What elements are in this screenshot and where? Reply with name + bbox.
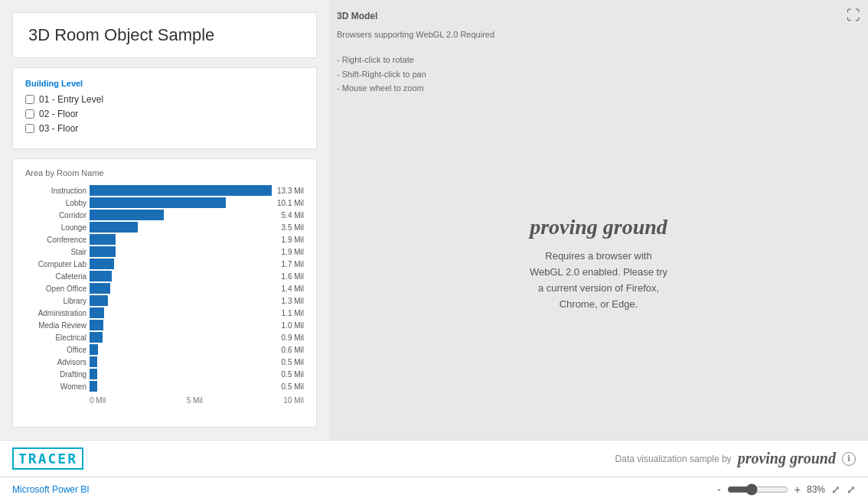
bar-container — [90, 295, 276, 306]
checkbox-label-01[interactable]: 01 - Entry Level — [39, 94, 103, 105]
bar-label: Instruction — [25, 187, 86, 195]
bar-value: 1.1 Mil — [282, 309, 304, 317]
bar-value: 1.9 Mil — [282, 248, 304, 256]
bar-fill — [90, 356, 97, 367]
bar-row: Instruction13.3 Mil — [25, 185, 304, 196]
bar-container — [90, 259, 276, 269]
bar-value: 0.5 Mil — [282, 370, 304, 379]
bar-label: Office — [25, 346, 86, 354]
bar-fill — [90, 222, 138, 233]
info-icon[interactable]: ℹ — [842, 452, 856, 466]
bar-row: Office0.6 Mil — [25, 344, 304, 355]
checkbox-label-03[interactable]: 03 - Floor — [39, 123, 78, 134]
bar-container — [90, 369, 276, 379]
axis-label: 10 Mil — [283, 396, 304, 405]
zoom-level: 83% — [807, 484, 825, 495]
bar-row: Library1.3 Mil — [25, 295, 304, 306]
title-card: 3D Room Object Sample — [12, 12, 317, 58]
bar-label: Corridor — [25, 211, 86, 220]
bar-fill — [90, 295, 108, 306]
bottom-bar: Microsoft Power BI - + 83% ⤢ ⤢ — [0, 477, 868, 501]
chart-title: Area by Room Name — [25, 168, 304, 177]
bar-container — [90, 307, 276, 318]
bar-label: Women — [25, 382, 86, 391]
checkbox-item-02[interactable]: 02 - Floor — [25, 109, 304, 119]
bar-value: 0.6 Mil — [282, 346, 304, 354]
model-instruction-line: - Mouse wheel to zoom — [337, 81, 860, 96]
bar-fill — [90, 185, 272, 196]
bar-row: Electrical0.9 Mil — [25, 332, 304, 343]
bar-fill — [90, 320, 103, 330]
zoom-out-button[interactable]: - — [717, 483, 721, 496]
checkbox-item-03[interactable]: 03 - Floor — [25, 123, 304, 134]
bar-container — [90, 222, 276, 233]
fit-view-icon[interactable]: ⤢ — [831, 483, 840, 496]
bar-container — [90, 344, 276, 355]
bar-label: Advisors — [25, 358, 86, 366]
bar-label: Library — [25, 297, 86, 305]
bar-fill — [90, 332, 103, 343]
footer: TRACER Data visualization sample by prov… — [0, 440, 868, 477]
powerbi-link[interactable]: Microsoft Power BI — [12, 484, 90, 495]
bar-value: 1.4 Mil — [282, 285, 304, 293]
bar-fill — [90, 307, 104, 318]
bar-container — [90, 234, 276, 245]
bar-label: Open Office — [25, 285, 86, 293]
bar-container — [90, 283, 276, 294]
bar-container — [90, 332, 276, 343]
model-instruction-line: - Right-click to rotate — [337, 53, 860, 67]
bar-container — [90, 210, 276, 220]
bar-value: 3.5 Mil — [282, 223, 304, 232]
bar-label: Conference — [25, 236, 86, 244]
bar-fill — [90, 246, 116, 257]
checkbox-03[interactable] — [25, 124, 34, 133]
bar-value: 1.7 Mil — [282, 260, 304, 268]
bar-container — [90, 197, 272, 208]
model-title: 3D Model — [337, 11, 377, 21]
axis-label: 5 Mil — [187, 396, 203, 405]
model-header: 3D Model ⛶ — [337, 8, 860, 24]
filter-section-label: Building Level — [25, 79, 304, 88]
bar-fill — [90, 234, 116, 245]
bar-label: Computer Lab — [25, 260, 86, 268]
bar-container — [90, 320, 276, 330]
bar-fill — [90, 283, 110, 294]
bar-value: 5.4 Mil — [282, 211, 304, 220]
model-viewer: proving ground Requires a browser with W… — [337, 96, 860, 432]
checkbox-02[interactable] — [25, 109, 34, 119]
view-icons: ⤢ ⤢ — [831, 483, 856, 496]
bar-label: Media Review — [25, 321, 86, 330]
bar-row: Conference1.9 Mil — [25, 234, 304, 245]
bar-row: Drafting0.5 Mil — [25, 369, 304, 379]
chart-card: Area by Room Name Instruction13.3 MilLob… — [12, 158, 317, 428]
zoom-in-button[interactable]: + — [795, 483, 801, 496]
bar-value: 1.9 Mil — [282, 236, 304, 244]
bar-container — [90, 185, 272, 196]
checkbox-01[interactable] — [25, 95, 34, 104]
bar-label: Drafting — [25, 370, 86, 379]
footer-brand-name: proving ground — [738, 450, 836, 467]
bar-row: Media Review1.0 Mil — [25, 320, 304, 330]
bar-label: Stair — [25, 248, 86, 256]
bar-chart: Instruction13.3 MilLobby10.1 MilCorridor… — [25, 185, 304, 392]
bar-label: Lobby — [25, 199, 86, 207]
bar-fill — [90, 369, 97, 379]
footer-brand-text: Data visualization sample by — [615, 454, 732, 464]
right-panel: 3D Model ⛶ Browsers supporting WebGL 2.0… — [329, 0, 868, 440]
expand-icon[interactable]: ⤢ — [847, 483, 856, 496]
bar-fill — [90, 271, 112, 281]
fullscreen-icon[interactable]: ⛶ — [847, 8, 860, 24]
bar-row: Open Office1.4 Mil — [25, 283, 304, 294]
checkbox-label-02[interactable]: 02 - Floor — [39, 109, 78, 119]
bar-row: Lobby10.1 Mil — [25, 197, 304, 208]
model-instructions: - Right-click to rotate- Shift-Right-cli… — [337, 53, 860, 96]
checkbox-item-01[interactable]: 01 - Entry Level — [25, 94, 304, 105]
bar-value: 0.5 Mil — [282, 358, 304, 366]
zoom-slider[interactable] — [727, 483, 788, 496]
chart-axis: 0 Mil5 Mil10 Mil — [25, 396, 304, 405]
bar-row: Advisors0.5 Mil — [25, 356, 304, 367]
model-webgl-notice: Browsers supporting WebGL 2.0 Required — [337, 30, 860, 39]
bar-label: Administration — [25, 309, 86, 317]
bar-value: 0.9 Mil — [282, 333, 304, 342]
bar-label: Cafeteria — [25, 272, 86, 281]
